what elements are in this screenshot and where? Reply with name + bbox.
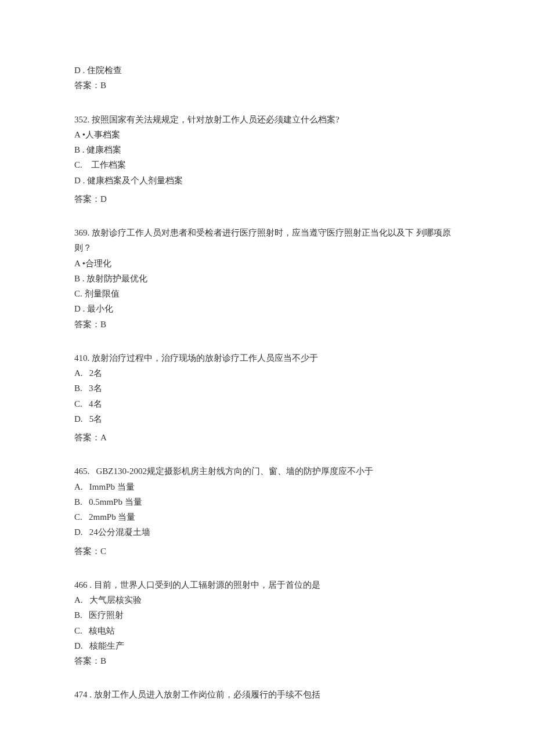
option-line: C. 2mmPb 当量 bbox=[74, 509, 460, 525]
option-line: C. 剂量限值 bbox=[74, 286, 460, 301]
option-line: D . 健康档案及个人剂量档案 bbox=[74, 173, 460, 188]
question-block: 465. GBZ130-2002规定摄影机房主射线方向的门、窗、墙的防护厚度应不… bbox=[74, 464, 460, 559]
option-line: D. 核能生产 bbox=[74, 638, 460, 653]
option-line: B. 3名 bbox=[74, 381, 460, 396]
question-stem: 352. 按照国家有关法规规定，针对放射工作人员还必须建立什么档案? bbox=[74, 112, 460, 127]
answer-line: 答案：A bbox=[74, 430, 460, 445]
question-block: 474 . 放射工作人员进入放射工作岗位前，必须履行的手续不包括 bbox=[74, 687, 460, 702]
option-line: A. 大气层核实验 bbox=[74, 592, 460, 607]
question-stem: 466 . 目前，世界人口受到的人工辐射源的照射中，居于首位的是 bbox=[74, 577, 460, 592]
intro-fragment: D . 住院检查 答案：B bbox=[74, 63, 460, 93]
option-line: A. 2名 bbox=[74, 366, 460, 381]
question-block: 369. 放射诊疗工作人员对患者和受检者进行医疗照射时，应当遵守医疗照射正当化以… bbox=[74, 225, 460, 332]
option-line: B. 医疗照射 bbox=[74, 607, 460, 623]
option-line: B. 0.5mmPb 当量 bbox=[74, 494, 460, 509]
option-line: C. 核电站 bbox=[74, 623, 460, 638]
option-d: D . 住院检查 bbox=[74, 63, 460, 78]
option-line: B . 放射防护最优化 bbox=[74, 271, 460, 286]
option-line: A •人事档案 bbox=[74, 127, 460, 142]
answer-line: 答案：C bbox=[74, 544, 460, 559]
option-line: D. 5名 bbox=[74, 411, 460, 426]
document-page: D . 住院检查 答案：B 352. 按照国家有关法规规定，针对放射工作人员还必… bbox=[0, 0, 534, 756]
option-line: C. 4名 bbox=[74, 396, 460, 411]
question-block: 410. 放射治疗过程中，治疗现场的放射诊疗工作人员应当不少于A. 2名B. 3… bbox=[74, 350, 460, 446]
question-stem: 465. GBZ130-2002规定摄影机房主射线方向的门、窗、墙的防护厚度应不… bbox=[74, 464, 460, 479]
option-line: C. 工作档案 bbox=[74, 157, 460, 172]
question-stem: 410. 放射治疗过程中，治疗现场的放射诊疗工作人员应当不少于 bbox=[74, 350, 460, 366]
question-block: 352. 按照国家有关法规规定，针对放射工作人员还必须建立什么档案?A •人事档… bbox=[74, 112, 460, 207]
answer-line: 答案：B bbox=[74, 317, 460, 332]
answer-line: 答案：D bbox=[74, 191, 460, 207]
option-line: B . 健康档案 bbox=[74, 142, 460, 157]
option-line: D . 最小化 bbox=[74, 301, 460, 316]
questions-container: 352. 按照国家有关法规规定，针对放射工作人员还必须建立什么档案?A •人事档… bbox=[74, 112, 460, 703]
answer-line: 答案：B bbox=[74, 653, 460, 668]
option-line: A. ImmPb 当量 bbox=[74, 479, 460, 494]
answer-line: 答案：B bbox=[74, 78, 460, 93]
option-line: D. 24公分混凝土墙 bbox=[74, 525, 460, 540]
question-block: 466 . 目前，世界人口受到的人工辐射源的照射中，居于首位的是A. 大气层核实… bbox=[74, 577, 460, 669]
question-stem: 474 . 放射工作人员进入放射工作岗位前，必须履行的手续不包括 bbox=[74, 687, 460, 702]
option-line: A •合理化 bbox=[74, 256, 460, 271]
question-stem: 369. 放射诊疗工作人员对患者和受检者进行医疗照射时，应当遵守医疗照射正当化以… bbox=[74, 225, 460, 256]
